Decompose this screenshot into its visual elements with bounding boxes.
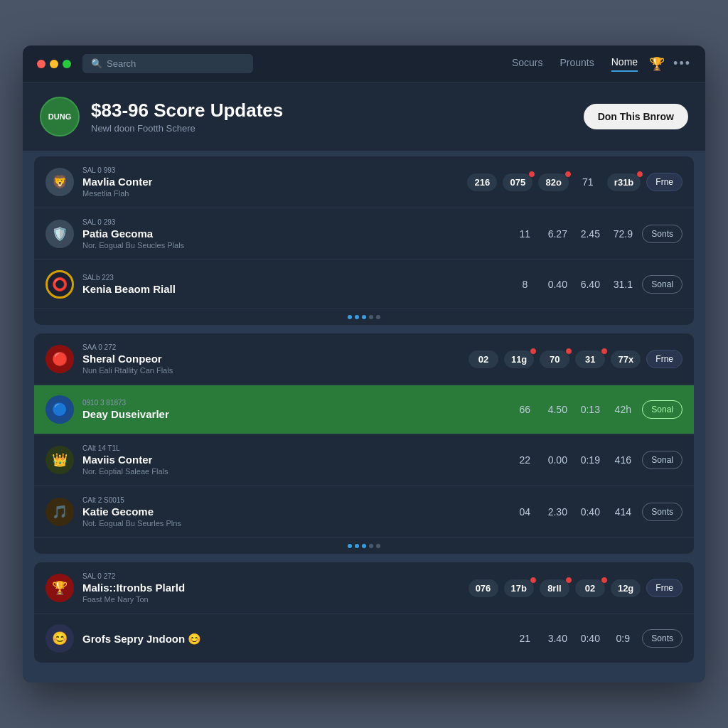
- stat-plain: 0.40: [544, 279, 571, 290]
- team-label: 0910 3 81873: [82, 399, 505, 407]
- stat-plain: 0:9: [609, 633, 636, 644]
- stats: 216 075 82o 71 r31b: [467, 173, 641, 191]
- stats: 8 0.40 6.40 31.1: [511, 279, 636, 290]
- stat-plain: 11: [511, 228, 538, 240]
- stat-badge: 02: [575, 579, 605, 597]
- team-sub: Foast Me Nary Ton: [82, 595, 463, 604]
- team-name: Grofs Sepry Jndoon 😊: [82, 633, 505, 646]
- team-sub: Not. Eogual Bu Seurles Plns: [82, 519, 505, 528]
- header-left: DUNG $83-96 Score Updates Newl doon Foot…: [40, 97, 283, 136]
- dot-active: [355, 544, 359, 548]
- section-3: 🏆 SAL 0 272 Malis::Itronbs Plarld Foast …: [34, 562, 694, 663]
- stats: 02 11g 70 31 77x: [469, 350, 641, 368]
- team-sub: Mesetlia Flah: [82, 189, 461, 198]
- team-sub: Nun Eali Rtallity Can Flals: [82, 366, 463, 375]
- stat-badge: 11g: [504, 350, 534, 368]
- dot-inactive: [376, 315, 380, 319]
- section-2: 🔴 SAA 0 272 Sheral Conpeor Nun Eali Rtal…: [34, 333, 694, 554]
- stat-plain: 04: [511, 506, 538, 518]
- match-row: 🏆 SAL 0 272 Malis::Itronbs Plarld Foast …: [34, 562, 694, 614]
- team-label: SAA 0 272: [82, 343, 463, 351]
- more-icon[interactable]: •••: [673, 56, 691, 71]
- status-button[interactable]: Sonts: [642, 503, 682, 521]
- status-button[interactable]: Sonal: [642, 400, 682, 419]
- section-1: 🦁 SAL 0 993 Mavlia Conter Mesetlia Flah …: [34, 156, 694, 325]
- stat-badge: 77x: [611, 350, 641, 368]
- team-info: CAlt 14 T1L Maviis Conter Nor. Eoptial S…: [82, 444, 505, 476]
- dot-active: [348, 544, 352, 548]
- team-logo: 🏆: [46, 574, 74, 602]
- stat-plain: 22: [511, 454, 538, 466]
- titlebar: 🔍 Search Socurs Prounts Nome 🏆 •••: [23, 46, 705, 82]
- status-button[interactable]: Frne: [646, 579, 682, 597]
- stat-plain: 0:13: [577, 404, 604, 415]
- stat-plain: 3.40: [544, 633, 571, 644]
- main-content: 🦁 SAL 0 993 Mavlia Conter Mesetlia Flah …: [23, 151, 705, 682]
- team-name: Deay Duseivarler: [82, 408, 505, 420]
- status-button[interactable]: Sonts: [642, 629, 682, 648]
- team-label: SAL 0 272: [82, 572, 463, 580]
- match-row: ⭕ SALb 223 Kenia Beaom Riall 8 0.40 6.40…: [34, 260, 694, 309]
- team-info: CAlt 2 S0015 Katie Gecome Not. Eogual Bu…: [82, 496, 505, 528]
- stat-badge: 02: [469, 350, 498, 368]
- logo-text: DUNG: [48, 112, 71, 121]
- cta-button[interactable]: Don This Bnrow: [584, 104, 688, 129]
- app-window: 🔍 Search Socurs Prounts Nome 🏆 ••• DUNG …: [23, 46, 705, 682]
- stat-plain: 416: [609, 454, 636, 466]
- trophy-icon[interactable]: 🏆: [649, 56, 665, 72]
- dot-inactive: [369, 544, 373, 548]
- stat-plain: 31.1: [609, 279, 636, 290]
- stat-plain: 0:40: [577, 506, 604, 518]
- tab-prounts[interactable]: Prounts: [560, 57, 594, 71]
- stat-plain: 42h: [609, 404, 636, 415]
- match-row: 🛡️ SAL 0 293 Patia Gecoma Nor. Eogual Bu…: [34, 208, 694, 260]
- stat-plain: 0.00: [544, 454, 571, 466]
- team-info: SAL 0 993 Mavlia Conter Mesetlia Flah: [82, 166, 461, 198]
- minimize-button[interactable]: [50, 60, 58, 68]
- match-row: 👑 CAlt 14 T1L Maviis Conter Nor. Eoptial…: [34, 434, 694, 486]
- team-logo: 🔵: [46, 395, 74, 424]
- team-name: Malis::Itronbs Plarld: [82, 582, 463, 594]
- stat-plain: 0:40: [577, 633, 604, 644]
- stats: 04 2.30 0:40 414: [511, 506, 636, 518]
- stat-badge: 216: [467, 173, 497, 191]
- dot-active: [348, 315, 352, 319]
- status-button[interactable]: Sonts: [642, 225, 682, 243]
- status-button[interactable]: Sonal: [642, 451, 682, 469]
- team-name: Kenia Beaom Riall: [82, 283, 505, 295]
- stat-plain: 66: [511, 404, 538, 415]
- team-info: SALb 223 Kenia Beaom Riall: [82, 274, 505, 295]
- match-row: 🔴 SAA 0 272 Sheral Conpeor Nun Eali Rtal…: [34, 333, 694, 385]
- dot-active: [362, 544, 366, 548]
- match-row: 🦁 SAL 0 993 Mavlia Conter Mesetlia Flah …: [34, 156, 694, 208]
- stat-plain: 72.9: [609, 228, 636, 240]
- team-logo: ⭕: [46, 270, 74, 299]
- team-label: SALb 223: [82, 274, 505, 282]
- team-info: SAL 0 293 Patia Gecoma Nor. Eogual Bu Se…: [82, 218, 505, 250]
- team-name: Katie Gecome: [82, 505, 505, 518]
- team-logo: 👑: [46, 446, 74, 474]
- search-bar[interactable]: 🔍 Search: [82, 54, 253, 73]
- nav-tabs: Socurs Prounts Nome: [512, 56, 638, 72]
- close-button[interactable]: [37, 60, 46, 68]
- status-button[interactable]: Frne: [646, 173, 682, 191]
- team-sub: Nor. Eogual Bu Seucles Plals: [82, 241, 505, 250]
- tab-socurs[interactable]: Socurs: [512, 57, 543, 71]
- tab-nome[interactable]: Nome: [611, 56, 638, 72]
- team-logo: 🦁: [46, 168, 74, 196]
- stats: 11 6.27 2.45 72.9: [511, 228, 636, 240]
- dot-inactive: [376, 544, 380, 548]
- status-button[interactable]: Sonal: [642, 275, 682, 294]
- nav-icons: 🏆 •••: [649, 56, 691, 72]
- stats: 076 17b 8rll 02 12g: [469, 579, 641, 597]
- app-header: DUNG $83-96 Score Updates Newl doon Foot…: [23, 82, 705, 151]
- page-title: $83-96 Score Updates: [91, 100, 283, 122]
- team-info: 0910 3 81873 Deay Duseivarler: [82, 399, 505, 420]
- team-label: CAlt 14 T1L: [82, 444, 505, 452]
- match-row-highlighted: 🔵 0910 3 81873 Deay Duseivarler 66 4.50 …: [34, 385, 694, 434]
- status-button[interactable]: Frne: [646, 350, 682, 368]
- stat-badge: 17b: [504, 579, 534, 597]
- stat-plain: 21: [511, 633, 538, 644]
- dot-active: [355, 315, 359, 319]
- maximize-button[interactable]: [63, 60, 71, 68]
